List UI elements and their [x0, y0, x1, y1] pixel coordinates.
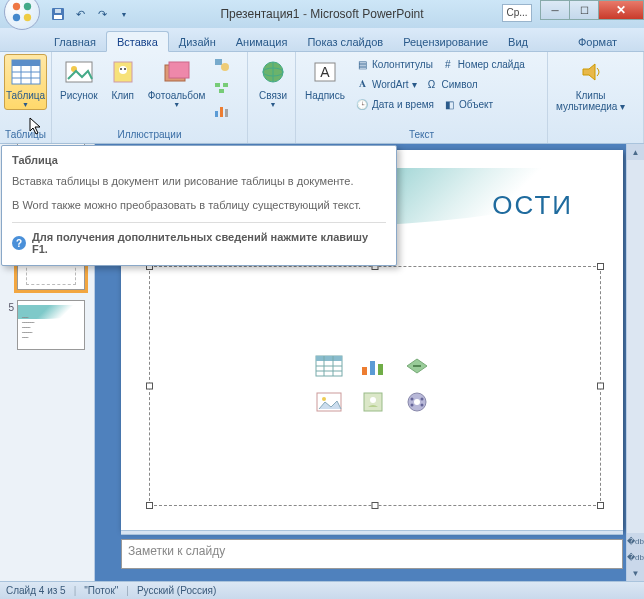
scroll-up-icon[interactable]: ▲	[627, 144, 644, 160]
svg-point-51	[411, 398, 414, 401]
resize-handle[interactable]	[597, 263, 604, 270]
save-icon[interactable]	[48, 4, 68, 24]
svg-point-0	[13, 3, 20, 10]
links-button[interactable]: Связи ▼	[252, 54, 294, 110]
office-button[interactable]	[4, 0, 40, 30]
svg-rect-8	[12, 60, 40, 66]
wordart-icon: 𝐀	[355, 77, 369, 91]
tab-design[interactable]: Дизайн	[169, 32, 226, 51]
chart-icon[interactable]	[211, 100, 233, 122]
tab-view[interactable]: Вид	[498, 32, 538, 51]
close-button[interactable]: ✕	[598, 0, 644, 20]
group-media: Клипымультимедиа ▾	[548, 52, 644, 143]
smartart-icon[interactable]	[211, 77, 233, 99]
qat-dropdown-icon[interactable]: ▼	[114, 4, 134, 24]
resize-handle[interactable]	[372, 502, 379, 509]
photoalbum-button[interactable]: Фотоальбом ▼	[144, 54, 210, 110]
slide-number-icon: #	[441, 57, 455, 71]
minimize-button[interactable]: ─	[540, 0, 570, 20]
group-tables-label: Таблицы	[4, 127, 47, 143]
tab-slideshow[interactable]: Показ слайдов	[297, 32, 393, 51]
chevron-down-icon: ▼	[173, 101, 180, 108]
svg-text:A: A	[320, 64, 330, 80]
clipart-label: Клип	[111, 90, 134, 101]
insert-clipart-icon[interactable]	[357, 389, 389, 415]
illustration-small-buttons	[211, 54, 233, 122]
picture-button[interactable]: Рисунок	[56, 54, 102, 103]
tab-insert[interactable]: Вставка	[106, 31, 169, 52]
textbox-button[interactable]: A Надпись	[300, 54, 350, 103]
svg-rect-20	[169, 62, 189, 78]
vertical-scrollbar[interactable]: ▲ �db �db ▼	[626, 144, 644, 581]
svg-rect-43	[370, 361, 375, 375]
content-placeholder[interactable]	[149, 266, 601, 506]
scroll-down-icon[interactable]: ▼	[627, 565, 644, 581]
group-text: A Надпись ▤Колонтитулы #Номер слайда 𝐀Wo…	[296, 52, 548, 143]
group-text-label: Текст	[300, 127, 543, 143]
next-slide-icon[interactable]: �db	[627, 549, 644, 565]
svg-point-48	[370, 397, 376, 403]
wordart-button[interactable]: 𝐀WordArt ▾	[352, 76, 420, 92]
insert-media-icon[interactable]	[401, 389, 433, 415]
slide-title-text: ОСТИ	[492, 190, 573, 221]
chevron-down-icon: ▼	[270, 101, 277, 108]
svg-point-46	[322, 397, 326, 401]
insert-smartart-icon[interactable]	[401, 353, 433, 379]
svg-point-53	[411, 404, 414, 407]
object-button[interactable]: ◧Объект	[439, 96, 496, 112]
resize-handle[interactable]	[146, 383, 153, 390]
notes-pane[interactable]: Заметки к слайду	[121, 539, 623, 569]
svg-rect-21	[215, 59, 222, 65]
status-slide: Слайд 4 из 5	[6, 585, 66, 596]
header-footer-button[interactable]: ▤Колонтитулы	[352, 56, 436, 72]
picture-label: Рисунок	[60, 90, 98, 101]
svg-point-16	[119, 66, 127, 74]
tab-home[interactable]: Главная	[44, 32, 106, 51]
notes-splitter[interactable]	[121, 530, 623, 535]
textbox-icon: A	[309, 56, 341, 88]
tooltip-body: Вставка таблицы в документ или рисование…	[12, 174, 386, 188]
maximize-button[interactable]: ☐	[569, 0, 599, 20]
undo-icon[interactable]: ↶	[70, 4, 90, 24]
slide-number-button[interactable]: #Номер слайда	[438, 56, 528, 72]
resize-handle[interactable]	[597, 502, 604, 509]
datetime-button[interactable]: 🕒Дата и время	[352, 96, 437, 112]
status-language[interactable]: Русский (Россия)	[137, 585, 216, 596]
table-label: Таблица	[6, 90, 45, 101]
clipart-button[interactable]: Клип	[102, 54, 144, 103]
media-clips-button[interactable]: Клипымультимедиа ▾	[552, 54, 629, 114]
tab-animation[interactable]: Анимация	[226, 32, 298, 51]
tab-review[interactable]: Рецензирование	[393, 32, 498, 51]
svg-point-52	[421, 398, 424, 401]
redo-icon[interactable]: ↷	[92, 4, 112, 24]
shapes-icon[interactable]	[211, 54, 233, 76]
svg-point-22	[221, 63, 229, 71]
table-button[interactable]: Таблица ▼	[4, 54, 47, 110]
tooltip-help: ? Для получения дополнительных сведений …	[12, 231, 386, 255]
status-theme: "Поток"	[84, 585, 118, 596]
insert-table-icon[interactable]	[313, 353, 345, 379]
group-illustrations-label: Иллюстрации	[56, 127, 243, 143]
spell-indicator[interactable]: Ср...	[502, 4, 532, 22]
textbox-label: Надпись	[305, 90, 345, 101]
svg-marker-34	[583, 64, 595, 80]
prev-slide-icon[interactable]: �db	[627, 533, 644, 549]
ribbon: Таблица ▼ Таблицы Рисунок Клип Фотоальбо…	[0, 52, 644, 144]
group-links: Связи ▼	[248, 52, 296, 143]
picture-icon	[63, 56, 95, 88]
svg-point-3	[24, 14, 31, 21]
symbol-icon: Ω	[425, 77, 439, 91]
insert-picture-icon[interactable]	[313, 389, 345, 415]
insert-chart-icon[interactable]	[357, 353, 389, 379]
svg-rect-24	[223, 83, 228, 87]
resize-handle[interactable]	[146, 502, 153, 509]
chevron-down-icon: ▼	[22, 101, 29, 108]
resize-handle[interactable]	[597, 383, 604, 390]
slide-thumbnail[interactable]: ━━━━━━━━━━━━━━━━━━━━━	[17, 300, 85, 350]
media-label: Клипымультимедиа ▾	[556, 90, 625, 112]
tooltip-title: Таблица	[12, 154, 386, 166]
ribbon-tabs: Главная Вставка Дизайн Анимация Показ сл…	[0, 28, 644, 52]
symbol-button[interactable]: ΩСимвол	[422, 76, 481, 92]
svg-rect-44	[378, 364, 383, 375]
tab-format[interactable]: Формат	[568, 32, 627, 51]
